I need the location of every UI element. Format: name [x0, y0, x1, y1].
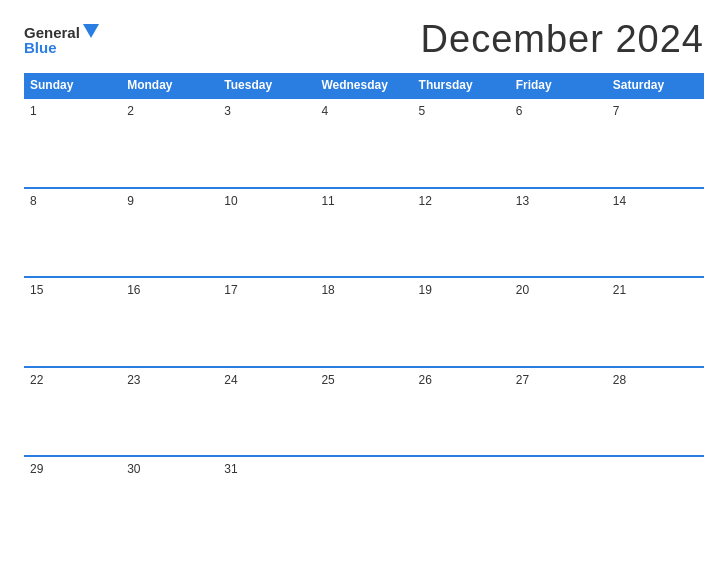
page: General Blue December 2024 Sunday Monday… — [0, 0, 728, 563]
day-31: 31 — [218, 457, 315, 545]
day-15: 15 — [24, 278, 121, 366]
day-header-tuesday: Tuesday — [218, 73, 315, 97]
day-11: 11 — [315, 189, 412, 277]
day-empty-3 — [510, 457, 607, 545]
day-17: 17 — [218, 278, 315, 366]
day-29: 29 — [24, 457, 121, 545]
day-21: 21 — [607, 278, 704, 366]
day-30: 30 — [121, 457, 218, 545]
day-14: 14 — [607, 189, 704, 277]
day-empty-2 — [413, 457, 510, 545]
logo-triangle-icon — [83, 24, 99, 38]
day-empty-1 — [315, 457, 412, 545]
month-title: December 2024 — [421, 18, 704, 61]
day-6: 6 — [510, 99, 607, 187]
day-20: 20 — [510, 278, 607, 366]
calendar-header: Sunday Monday Tuesday Wednesday Thursday… — [24, 73, 704, 97]
header: General Blue December 2024 — [24, 18, 704, 61]
day-10: 10 — [218, 189, 315, 277]
week-row-1: 1 2 3 4 5 6 7 — [24, 97, 704, 187]
calendar: Sunday Monday Tuesday Wednesday Thursday… — [24, 73, 704, 545]
calendar-body: 1 2 3 4 5 6 7 8 9 10 11 12 13 14 15 16 — [24, 97, 704, 545]
day-13: 13 — [510, 189, 607, 277]
day-header-saturday: Saturday — [607, 73, 704, 97]
logo: General Blue — [24, 25, 99, 55]
day-27: 27 — [510, 368, 607, 456]
day-2: 2 — [121, 99, 218, 187]
day-18: 18 — [315, 278, 412, 366]
logo-blue-text: Blue — [24, 40, 57, 55]
day-5: 5 — [413, 99, 510, 187]
day-header-friday: Friday — [510, 73, 607, 97]
day-23: 23 — [121, 368, 218, 456]
day-28: 28 — [607, 368, 704, 456]
day-25: 25 — [315, 368, 412, 456]
week-row-4: 22 23 24 25 26 27 28 — [24, 366, 704, 456]
day-26: 26 — [413, 368, 510, 456]
day-7: 7 — [607, 99, 704, 187]
day-8: 8 — [24, 189, 121, 277]
week-row-5: 29 30 31 — [24, 455, 704, 545]
day-22: 22 — [24, 368, 121, 456]
day-16: 16 — [121, 278, 218, 366]
week-row-3: 15 16 17 18 19 20 21 — [24, 276, 704, 366]
day-header-wednesday: Wednesday — [315, 73, 412, 97]
day-header-thursday: Thursday — [413, 73, 510, 97]
day-3: 3 — [218, 99, 315, 187]
day-empty-4 — [607, 457, 704, 545]
day-header-monday: Monday — [121, 73, 218, 97]
day-1: 1 — [24, 99, 121, 187]
day-12: 12 — [413, 189, 510, 277]
day-19: 19 — [413, 278, 510, 366]
week-row-2: 8 9 10 11 12 13 14 — [24, 187, 704, 277]
logo-general-text: General — [24, 25, 80, 40]
day-9: 9 — [121, 189, 218, 277]
day-24: 24 — [218, 368, 315, 456]
day-4: 4 — [315, 99, 412, 187]
day-header-sunday: Sunday — [24, 73, 121, 97]
